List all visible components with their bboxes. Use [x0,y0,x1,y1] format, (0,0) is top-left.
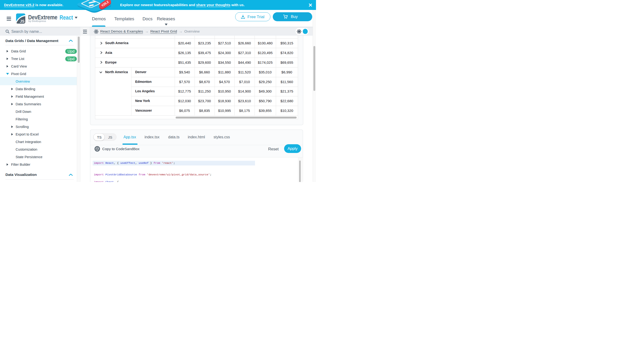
svg-text:JS: JS [20,19,25,23]
